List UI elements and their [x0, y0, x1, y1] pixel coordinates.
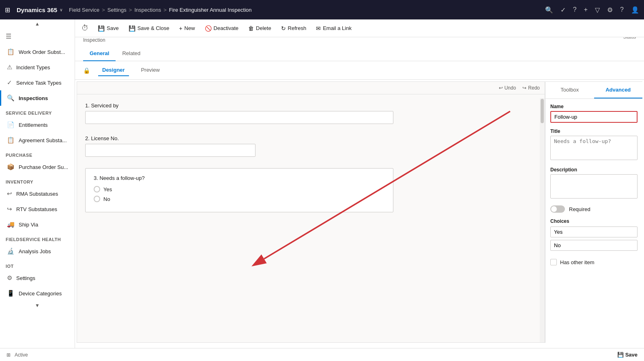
- incident-types-icon: ⚠: [7, 64, 12, 71]
- save-close-button[interactable]: 💾 Save & Close: [125, 23, 174, 33]
- brand-name: Dynamics 365: [17, 6, 57, 13]
- breadcrumb-sep-1: >: [102, 7, 105, 13]
- panel-title-label: Title: [550, 128, 638, 134]
- form-field-serviced-by: 1. Serviced by: [85, 103, 537, 124]
- sidebar-section-purchase: Purchase: [0, 148, 75, 159]
- deactivate-icon: 🚫: [205, 25, 212, 32]
- sidebar-item-label: Service Task Types: [16, 80, 62, 86]
- radio-label-yes: Yes: [103, 186, 112, 192]
- required-toggle[interactable]: [550, 205, 565, 213]
- rtv-icon: ↪: [7, 205, 12, 213]
- choice-input-no[interactable]: [550, 240, 638, 251]
- purchase-icon: 📦: [7, 163, 15, 171]
- panel-tab-advanced[interactable]: Advanced: [594, 82, 643, 98]
- redo-icon: ↪: [522, 85, 526, 91]
- check-icon[interactable]: ✓: [560, 6, 566, 14]
- sidebar-collapse-button[interactable]: ☰: [0, 28, 75, 44]
- sidebar-item-inspections[interactable]: 🔍 Inspections: [0, 90, 75, 106]
- search-icon[interactable]: 🔍: [545, 6, 553, 14]
- choice-input-yes[interactable]: [550, 226, 638, 237]
- help-icon[interactable]: ?: [573, 6, 577, 13]
- has-other-label: Has other item: [560, 259, 595, 265]
- email-icon: ✉: [316, 25, 321, 32]
- refresh-label: Refresh: [288, 25, 307, 31]
- sidebar-item-iot-settings[interactable]: ⚙ Settings: [0, 270, 75, 286]
- radio-label-no: No: [103, 196, 110, 202]
- sidebar-item-analysis-jobs[interactable]: 🔬 Analysis Jobs: [0, 244, 75, 259]
- user-icon[interactable]: 👤: [631, 6, 639, 14]
- deactivate-label: Deactivate: [214, 25, 238, 31]
- save-button[interactable]: 💾 Save: [94, 23, 123, 33]
- sidebar-scroll-down[interactable]: ▼: [0, 301, 75, 310]
- refresh-icon: ↻: [281, 25, 286, 32]
- undo-button[interactable]: ↩ Undo: [499, 85, 516, 91]
- sidebar-item-entitlements[interactable]: 📄 Entitlements: [0, 117, 75, 132]
- delete-button[interactable]: 🗑 Delete: [244, 23, 275, 33]
- breadcrumb-field-service[interactable]: Field Service: [69, 7, 99, 13]
- sidebar-item-label: Settings: [16, 275, 35, 281]
- sidebar-item-purchase-order[interactable]: 📦 Purchase Order Su...: [0, 159, 75, 175]
- sidebar-item-rma[interactable]: ↩ RMA Substatuses: [0, 186, 75, 201]
- form-scroll-area[interactable]: 1. Serviced by 2. License No. 3. Needs a…: [77, 94, 545, 339]
- sidebar-item-incident-types[interactable]: ⚠ Incident Types: [0, 60, 75, 75]
- question-icon[interactable]: ?: [620, 6, 624, 13]
- sidebar-item-service-task-types[interactable]: ✓ Service Task Types: [0, 75, 75, 90]
- field-input-serviced-by[interactable]: [85, 111, 393, 124]
- redo-button[interactable]: ↪ Redo: [522, 85, 540, 91]
- plus-icon[interactable]: +: [584, 6, 588, 13]
- panel-name-input[interactable]: [550, 111, 638, 123]
- panel-body: Name Title Description: [545, 99, 642, 276]
- breadcrumb-inspections[interactable]: Inspections: [134, 7, 161, 13]
- scroll-indicator[interactable]: [540, 98, 545, 342]
- status-bar-active-label: Active: [15, 352, 28, 358]
- sub-tab-designer[interactable]: Designer: [98, 64, 129, 76]
- breadcrumb-settings[interactable]: Settings: [107, 7, 127, 13]
- filter-icon[interactable]: ▽: [595, 6, 600, 14]
- ship-icon: 🚚: [7, 221, 15, 228]
- status-bar-save-button[interactable]: 💾 Save: [617, 352, 638, 358]
- panel-tab-toolbox[interactable]: Toolbox: [545, 82, 594, 98]
- history-icon[interactable]: ⏱: [82, 24, 89, 32]
- has-other-checkbox[interactable]: [550, 259, 557, 265]
- settings-icon[interactable]: ⚙: [607, 6, 613, 14]
- panel-description-input[interactable]: [550, 174, 638, 199]
- form-toolbar: ↩ Undo ↪ Redo: [77, 82, 545, 94]
- sidebar-item-ship-via[interactable]: 🚚 Ship Via: [0, 217, 75, 232]
- email-link-button[interactable]: ✉ Email a Link: [312, 23, 356, 33]
- sidebar-item-label: Entitlements: [19, 122, 48, 128]
- sidebar-scroll-up[interactable]: ▲: [0, 19, 75, 28]
- field-label-1: 1. Serviced by: [85, 103, 537, 109]
- choices-label: Choices: [550, 218, 638, 224]
- sidebar-item-agreement-subst[interactable]: 📋 Agreement Substa...: [0, 132, 75, 148]
- sidebar-item-label: Device Categories: [19, 291, 62, 297]
- question-title-3: 3. Needs a follow-up?: [94, 175, 385, 181]
- sidebar-item-work-order-subst[interactable]: 📋 Work Order Subst...: [0, 44, 75, 60]
- sidebar-item-device-categories[interactable]: 📱 Device Categories: [0, 286, 75, 301]
- status-bar-save-icon: 💾: [617, 352, 624, 358]
- delete-icon: 🗑: [248, 25, 254, 32]
- panel-field-choices: Choices: [550, 218, 638, 253]
- status-bar: ⊞ Active 💾 Save: [0, 348, 644, 361]
- sub-tab-preview[interactable]: Preview: [137, 64, 164, 76]
- deactivate-button[interactable]: 🚫 Deactivate: [201, 23, 243, 33]
- sidebar-item-rtv[interactable]: ↪ RTV Substatuses: [0, 201, 75, 217]
- new-button[interactable]: + New: [175, 23, 199, 33]
- radio-option-yes[interactable]: Yes: [94, 186, 385, 192]
- panel-title-input[interactable]: [550, 136, 638, 160]
- sidebar-section-service-delivery: Service Delivery: [0, 106, 75, 117]
- radio-option-no[interactable]: No: [94, 196, 385, 202]
- tab-general[interactable]: General: [83, 46, 116, 61]
- delete-label: Delete: [256, 25, 271, 31]
- service-task-icon: ✓: [7, 79, 12, 86]
- grid-icon[interactable]: ⊞: [5, 6, 10, 14]
- inspections-icon: 🔍: [7, 94, 15, 102]
- brand-logo[interactable]: Dynamics 365 ∨: [17, 6, 62, 13]
- refresh-button[interactable]: ↻ Refresh: [277, 23, 311, 33]
- field-input-license-no[interactable]: [85, 144, 255, 157]
- save-label: Save: [107, 25, 119, 31]
- right-panel: Toolbox Advanced Name Title Description: [545, 81, 642, 343]
- tab-related[interactable]: Related: [116, 46, 147, 61]
- breadcrumb-sep-3: >: [163, 7, 167, 13]
- sidebar-item-label: Agreement Substa...: [19, 137, 67, 143]
- form-area: ↩ Undo ↪ Redo 1. Serviced by: [77, 81, 545, 343]
